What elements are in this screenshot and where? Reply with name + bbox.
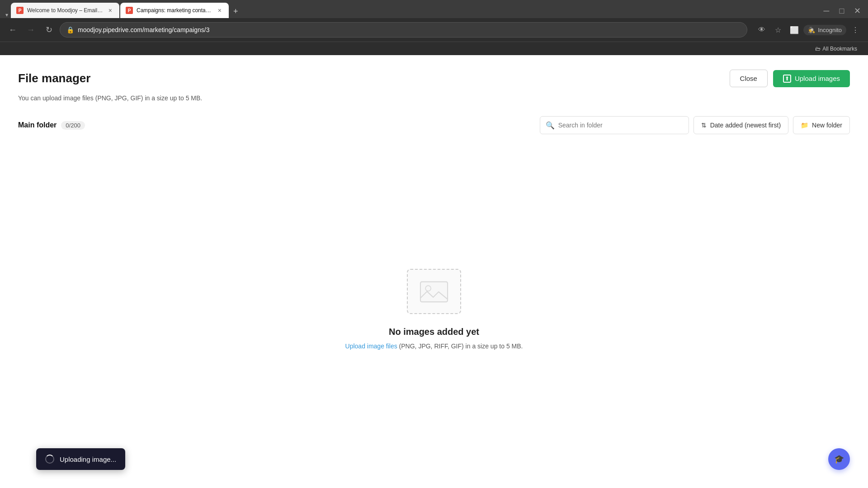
main-folder-label: Main folder xyxy=(18,121,57,129)
sort-label: Date added (newest first) xyxy=(710,122,781,129)
new-folder-button[interactable]: 📁 New folder xyxy=(793,116,850,134)
sort-button[interactable]: ⇅ Date added (newest first) xyxy=(693,116,788,134)
maximize-button[interactable]: □ xyxy=(835,4,849,18)
folder-toolbar: Main folder 0/200 🔍 ⇅ Date added (newest… xyxy=(18,116,850,134)
tab-1[interactable]: P Welcome to Moodjoy – Email c… × xyxy=(11,3,119,18)
upload-icon: ⬆ xyxy=(783,75,791,83)
eye-off-icon[interactable]: 👁 xyxy=(755,23,769,37)
url-text: moodjoy.pipedrive.com/marketing/campaign… xyxy=(78,26,210,33)
tab-2[interactable]: P Campaigns: marketing contact… × xyxy=(120,3,229,18)
new-folder-icon: 📁 xyxy=(801,122,808,129)
close-button[interactable]: Close xyxy=(730,70,768,87)
tab-2-label: Campaigns: marketing contact… xyxy=(137,7,212,14)
menu-button[interactable]: ⋮ xyxy=(848,23,863,37)
tab-2-favicon: P xyxy=(126,7,133,14)
folder-label-container: Main folder 0/200 xyxy=(18,121,85,130)
tab-2-close[interactable]: × xyxy=(216,6,223,15)
empty-description: Upload image files (PNG, JPG, RIFF, GIF)… xyxy=(345,343,523,350)
new-folder-label: New folder xyxy=(812,122,842,129)
bookmarks-bar: 🗁 All Bookmarks xyxy=(0,42,868,55)
sort-icon: ⇅ xyxy=(701,122,707,129)
upload-toast: Uploading image... xyxy=(36,448,125,470)
minimize-button[interactable]: ─ xyxy=(819,4,834,18)
new-tab-button[interactable]: + xyxy=(230,5,242,18)
page-header: File manager Close ⬆ Upload images xyxy=(18,70,850,87)
tab-bar: ▾ P Welcome to Moodjoy – Email c… × P Ca… xyxy=(0,0,868,18)
tab-history-btn[interactable]: ▾ xyxy=(4,12,10,18)
svg-rect-0 xyxy=(420,282,448,302)
empty-state: No images added yet Upload image files (… xyxy=(18,145,850,474)
empty-image-icon xyxy=(418,278,450,305)
empty-description-text: (PNG, JPG, RIFF, GIF) in a size up to 5 … xyxy=(397,343,523,350)
bookmark-star-icon[interactable]: ☆ xyxy=(771,23,785,37)
toolbar-right: 🔍 ⇅ Date added (newest first) 📁 New fold… xyxy=(540,116,850,134)
tab-1-close[interactable]: × xyxy=(107,6,114,15)
reload-button[interactable]: ↻ xyxy=(42,23,56,37)
empty-image-placeholder xyxy=(407,269,461,314)
search-input[interactable] xyxy=(558,122,683,129)
sidebar-icon[interactable]: ⬜ xyxy=(787,23,802,37)
address-bar: ← → ↻ 🔒 moodjoy.pipedrive.com/marketing/… xyxy=(0,18,868,42)
help-icon: 🎓 xyxy=(834,454,844,464)
window-close-button[interactable]: ✕ xyxy=(850,4,864,18)
tab-1-label: Welcome to Moodjoy – Email c… xyxy=(27,7,103,14)
help-button[interactable]: 🎓 xyxy=(828,448,850,470)
all-bookmarks[interactable]: 🗁 All Bookmarks xyxy=(811,44,861,53)
incognito-icon: 🕵 xyxy=(808,27,815,33)
browser-window: ▾ P Welcome to Moodjoy – Email c… × P Ca… xyxy=(0,0,868,488)
upload-link[interactable]: Upload image files xyxy=(345,343,397,350)
folder-count: 0/200 xyxy=(61,121,85,130)
forward-button[interactable]: → xyxy=(24,23,38,37)
browser-toolbar: 👁 ☆ ⬜ 🕵 Incognito ⋮ xyxy=(755,23,863,37)
upload-images-button[interactable]: ⬆ Upload images xyxy=(773,70,850,87)
bookmarks-label: All Bookmarks xyxy=(822,46,857,52)
back-button[interactable]: ← xyxy=(5,23,20,37)
incognito-badge: 🕵 Incognito xyxy=(803,25,846,35)
spinner-icon xyxy=(45,455,54,464)
subtitle: You can upload image files (PNG, JPG, GI… xyxy=(18,94,850,102)
search-icon: 🔍 xyxy=(546,121,555,130)
upload-button-label: Upload images xyxy=(795,75,840,82)
upload-toast-label: Uploading image... xyxy=(60,455,116,463)
bookmarks-folder-icon: 🗁 xyxy=(815,46,821,52)
empty-title: No images added yet xyxy=(389,327,479,337)
url-bar[interactable]: 🔒 moodjoy.pipedrive.com/marketing/campai… xyxy=(60,22,747,38)
header-actions: Close ⬆ Upload images xyxy=(730,70,850,87)
search-box[interactable]: 🔍 xyxy=(540,116,689,134)
page-content: File manager Close ⬆ Upload images You c… xyxy=(0,55,868,488)
lock-icon: 🔒 xyxy=(66,26,74,33)
incognito-label: Incognito xyxy=(818,27,842,33)
tab-1-favicon: P xyxy=(16,7,24,14)
page-title: File manager xyxy=(18,71,90,85)
